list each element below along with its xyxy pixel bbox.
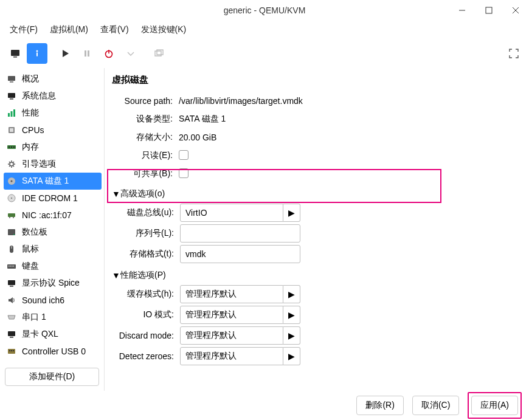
disk-bus-combobox[interactable]: ▶ — [180, 204, 300, 222]
sidebar-item-13[interactable]: Sound ich6 — [4, 292, 102, 309]
apply-highlight: 应用(A) — [468, 392, 522, 419]
svg-rect-8 — [155, 51, 161, 56]
chevron-down-icon: ▼ — [112, 189, 118, 199]
chevron-right-icon[interactable]: ▶ — [283, 285, 300, 303]
console-button[interactable] — [5, 43, 26, 64]
chevron-right-icon[interactable]: ▶ — [283, 204, 300, 222]
serial-input[interactable] — [180, 224, 300, 243]
io-mode-combobox[interactable]: ▶ — [180, 306, 300, 324]
sidebar-item-label: Controller PCI 0 — [22, 363, 83, 364]
svg-rect-6 — [88, 50, 89, 57]
window-controls — [449, 0, 529, 21]
source-path-value: /var/lib/libvirt/images/target.vmdk — [179, 96, 303, 106]
sidebar-item-label: 键盘 — [22, 261, 39, 272]
svg-rect-21 — [11, 146, 12, 148]
sidebar-item-5[interactable]: 引导选项 — [4, 156, 102, 173]
sidebar-item-label: Controller USB 0 — [22, 346, 86, 356]
sidebar: 概况系统信息性能CPUs内存引导选项SATA 磁盘 1IDE CDROM 1NI… — [0, 68, 105, 391]
cdrom-icon — [6, 193, 17, 204]
svg-rect-34 — [12, 246, 12, 249]
discard-mode-combobox[interactable]: ▶ — [180, 326, 300, 345]
titlebar: generic - QEMU/KVM — [0, 0, 529, 21]
menu-file[interactable]: 文件(F) — [4, 22, 44, 38]
sidebar-item-10[interactable]: 鼠标 — [4, 241, 102, 258]
detail-heading: 虚拟磁盘 — [112, 74, 519, 86]
readonly-checkbox[interactable] — [179, 150, 188, 160]
run-button[interactable] — [55, 43, 75, 64]
disk-icon — [6, 176, 17, 187]
monitor-icon — [6, 74, 17, 84]
display-icon — [6, 278, 17, 289]
sidebar-item-15[interactable]: 显卡 QXL — [4, 326, 102, 343]
cache-mode-input[interactable] — [180, 285, 283, 303]
io-mode-input[interactable] — [180, 306, 283, 324]
sidebar-item-4[interactable]: 内存 — [4, 139, 102, 156]
fullscreen-button[interactable] — [503, 43, 524, 64]
advanced-options-expander[interactable]: ▼高级选项(o) — [112, 185, 519, 202]
svg-rect-16 — [13, 109, 15, 117]
hardware-list[interactable]: 概况系统信息性能CPUs内存引导选项SATA 磁盘 1IDE CDROM 1NI… — [0, 68, 104, 364]
menu-sendkey[interactable]: 发送按键(K) — [135, 22, 193, 38]
shutdown-button[interactable] — [99, 43, 119, 64]
readonly-label: 只读(E): — [112, 150, 179, 161]
detect-zeroes-combobox[interactable]: ▶ — [180, 347, 300, 365]
svg-rect-5 — [85, 50, 86, 57]
zeroes-label: Detect zeroes: — [112, 351, 180, 361]
menu-vm[interactable]: 虚拟机(M) — [44, 22, 94, 38]
sidebar-item-9[interactable]: 数位板 — [4, 224, 102, 241]
shareable-checkbox[interactable] — [179, 168, 188, 178]
svg-rect-46 — [11, 350, 12, 351]
cancel-button[interactable]: 取消(C) — [412, 396, 459, 415]
performance-options-expander[interactable]: ▼性能选项(P) — [112, 267, 519, 284]
svg-rect-42 — [8, 331, 15, 336]
sidebar-item-0[interactable]: 概况 — [4, 71, 102, 88]
apply-button[interactable]: 应用(A) — [471, 396, 518, 415]
sidebar-item-14[interactable]: 串口 1 — [4, 309, 102, 326]
io-label: IO 模式: — [112, 309, 180, 320]
cache-label: 缓存模式(h): — [112, 289, 180, 300]
svg-rect-15 — [11, 111, 13, 117]
cache-mode-combobox[interactable]: ▶ — [180, 285, 300, 303]
sidebar-item-8[interactable]: NIC :ac:1f:07 — [4, 207, 102, 224]
minimize-button[interactable] — [449, 0, 475, 21]
svg-rect-14 — [8, 113, 10, 117]
chevron-right-icon[interactable]: ▶ — [283, 306, 300, 324]
sidebar-item-label: 鼠标 — [22, 244, 39, 255]
chevron-right-icon[interactable]: ▶ — [283, 326, 300, 345]
detect-zeroes-input[interactable] — [180, 347, 283, 365]
serial-label: 序列号(L): — [112, 228, 180, 239]
remove-button[interactable]: 删除(R) — [356, 396, 403, 415]
sidebar-item-7[interactable]: IDE CDROM 1 — [4, 190, 102, 207]
svg-rect-13 — [10, 98, 13, 100]
sidebar-item-17[interactable]: Controller PCI 0 — [4, 360, 102, 364]
svg-rect-45 — [9, 350, 10, 351]
svg-rect-1 — [11, 50, 19, 56]
nic-icon — [6, 210, 17, 221]
sidebar-item-3[interactable]: CPUs — [4, 122, 102, 139]
pause-button[interactable] — [77, 43, 97, 64]
sidebar-item-2[interactable]: 性能 — [4, 105, 102, 122]
snapshots-button[interactable] — [148, 43, 169, 64]
disk-bus-input[interactable] — [180, 204, 283, 222]
sidebar-item-6[interactable]: SATA 磁盘 1 — [4, 173, 102, 190]
sidebar-item-16[interactable]: Controller USB 0 — [4, 343, 102, 360]
maximize-button[interactable] — [475, 0, 502, 21]
menu-view[interactable]: 查看(V) — [94, 22, 135, 38]
mouse-icon — [6, 244, 17, 255]
svg-rect-28 — [8, 213, 15, 217]
svg-rect-20 — [9, 146, 10, 148]
storage-format-input[interactable] — [180, 245, 300, 263]
sidebar-item-label: 显卡 QXL — [22, 329, 58, 340]
details-button[interactable] — [27, 43, 47, 64]
sidebar-item-12[interactable]: 显示协议 Spice — [4, 275, 102, 292]
gear-icon — [6, 159, 17, 170]
add-hardware-button[interactable]: 添加硬件(D) — [5, 368, 99, 386]
close-button[interactable] — [502, 0, 529, 21]
svg-rect-39 — [13, 266, 15, 267]
shutdown-menu-button[interactable] — [120, 43, 141, 64]
sidebar-item-1[interactable]: 系统信息 — [4, 88, 102, 105]
format-label: 存储格式(t): — [112, 249, 180, 260]
chevron-right-icon[interactable]: ▶ — [283, 347, 300, 365]
discard-mode-input[interactable] — [180, 326, 283, 345]
sidebar-item-11[interactable]: 键盘 — [4, 258, 102, 275]
